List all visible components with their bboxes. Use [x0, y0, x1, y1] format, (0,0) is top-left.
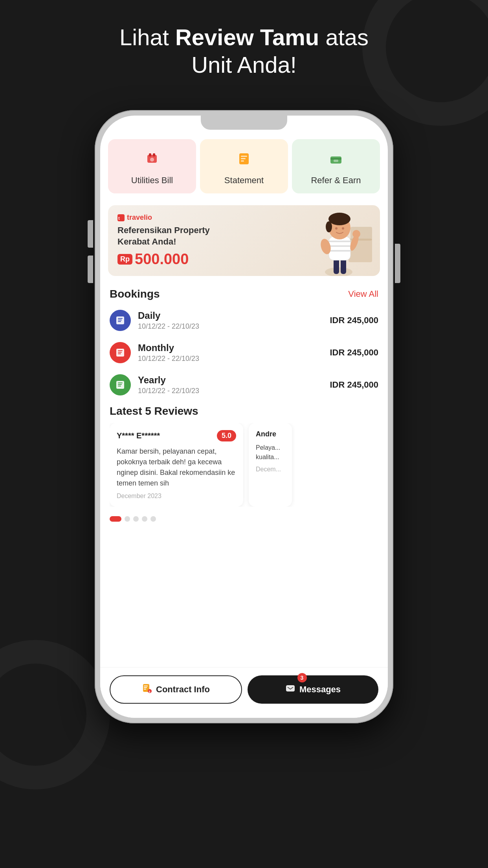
- svg-rect-43: [144, 686, 148, 686]
- contract-info-button[interactable]: 3 Contract Info: [110, 675, 242, 704]
- svg-rect-9: [330, 158, 341, 160]
- review-date-2: Decem...: [256, 466, 285, 473]
- review-header-1: Y**** E****** 5.0: [117, 430, 236, 441]
- phone-mockup: Utilities Bill Statement Refer & Earn: [95, 110, 393, 723]
- svg-rect-36: [118, 352, 122, 353]
- svg-rect-1: [149, 153, 151, 156]
- header-line1-prefix: Lihat: [119, 24, 175, 50]
- banner-price: Rp 500.000: [117, 251, 371, 268]
- contract-icon: 3: [142, 683, 152, 696]
- svg-rect-41: [118, 386, 121, 386]
- booking-item-daily[interactable]: Daily 10/12/22 - 22/10/23 IDR 245,000: [100, 304, 388, 337]
- header-line2: Unit Anda!: [191, 52, 297, 77]
- carousel-dots: [100, 511, 388, 527]
- dot-1[interactable]: [110, 516, 121, 522]
- svg-rect-32: [118, 320, 122, 320]
- review-card-2[interactable]: Andre Pelaya... kualita... Decem...: [249, 423, 292, 507]
- svg-text:3: 3: [149, 690, 150, 693]
- phone-volume-down: [88, 256, 93, 283]
- review-text-1: Kamar bersih, pelayanan cepat, pokoknya …: [117, 446, 236, 489]
- svg-rect-48: [286, 685, 295, 691]
- review-card-1[interactable]: Y**** E****** 5.0 Kamar bersih, pelayana…: [110, 423, 243, 507]
- refer-icon: [324, 147, 348, 171]
- booking-type-daily: Daily: [138, 310, 323, 321]
- header-line1-suffix: atas: [319, 24, 369, 50]
- reviewer-name-2: Andre: [256, 430, 276, 438]
- svg-rect-7: [241, 160, 244, 162]
- referral-banner[interactable]: t travelio Referensikan PropertyKerabat …: [108, 205, 380, 276]
- utilities-icon: [140, 147, 164, 171]
- svg-rect-2: [153, 153, 155, 156]
- banner-rp-label: Rp: [117, 254, 132, 265]
- bottom-bar: 3 Contract Info 3 Messages: [100, 667, 388, 718]
- reviewer-name-1: Y**** E******: [117, 431, 160, 440]
- booking-item-monthly[interactable]: Monthly 10/12/22 - 22/10/23 IDR 245,000: [100, 337, 388, 369]
- reviews-title: Latest 5 Reviews: [110, 405, 378, 417]
- svg-rect-31: [118, 318, 123, 319]
- booking-date-yearly: 10/12/22 - 22/10/23: [138, 387, 323, 395]
- banner-logo: t travelio: [117, 213, 371, 222]
- review-date-1: December 2023: [117, 493, 236, 500]
- banner-amount: 500.000: [135, 251, 189, 268]
- booking-type-monthly: Monthly: [138, 342, 323, 353]
- booking-date-monthly: 10/12/22 - 22/10/23: [138, 355, 323, 363]
- svg-rect-39: [118, 383, 123, 383]
- phone-outer-shell: Utilities Bill Statement Refer & Earn: [95, 110, 393, 723]
- booking-type-yearly: Yearly: [138, 375, 323, 386]
- booking-info-yearly: Yearly 10/12/22 - 22/10/23: [138, 375, 323, 395]
- review-score-1: 5.0: [217, 430, 236, 441]
- phone-notch: [201, 116, 287, 130]
- phone-power-button: [395, 244, 400, 283]
- booking-date-daily: 10/12/22 - 22/10/23: [138, 322, 323, 331]
- booking-icon-daily: [110, 310, 131, 331]
- svg-rect-44: [144, 687, 147, 688]
- banner-content: t travelio Referensikan PropertyKerabat …: [108, 206, 380, 275]
- bg-decoration-bottom: [0, 640, 110, 789]
- dot-2[interactable]: [125, 516, 130, 522]
- statement-label: Statement: [224, 175, 264, 186]
- messages-icon: [285, 683, 295, 696]
- dot-4[interactable]: [142, 516, 147, 522]
- booking-info-daily: Daily 10/12/22 - 22/10/23: [138, 310, 323, 331]
- booking-item-yearly[interactable]: Yearly 10/12/22 - 22/10/23 IDR 245,000: [100, 369, 388, 401]
- messages-badge: 3: [297, 673, 307, 682]
- reviews-section: Latest 5 Reviews Y**** E****** 5.0 Kamar…: [100, 401, 388, 511]
- booking-price-daily: IDR 245,000: [330, 315, 378, 326]
- messages-label: Messages: [299, 684, 341, 695]
- bookings-view-all[interactable]: View All: [348, 289, 378, 299]
- booking-icon-yearly: [110, 374, 131, 395]
- booking-price-monthly: IDR 245,000: [330, 348, 378, 358]
- quick-action-utilities[interactable]: Utilities Bill: [108, 139, 196, 193]
- svg-rect-6: [241, 158, 246, 159]
- svg-rect-35: [118, 350, 123, 351]
- svg-rect-33: [118, 321, 121, 322]
- bookings-title: Bookings: [110, 288, 160, 300]
- svg-rect-5: [241, 156, 247, 157]
- svg-rect-45: [144, 689, 146, 690]
- statement-icon: [232, 147, 256, 171]
- quick-action-statement[interactable]: Statement: [200, 139, 288, 193]
- booking-icon-monthly: [110, 342, 131, 363]
- review-header-2: Andre: [256, 430, 285, 438]
- svg-text:t: t: [118, 216, 120, 221]
- reviews-row: Y**** E****** 5.0 Kamar bersih, pelayana…: [110, 423, 378, 507]
- phone-volume-up: [88, 220, 93, 248]
- svg-point-3: [150, 158, 154, 162]
- svg-rect-37: [118, 353, 121, 354]
- quick-action-refer[interactable]: Refer & Earn: [292, 139, 380, 193]
- header-line1-bold: Review Tamu: [175, 24, 319, 50]
- phone-screen: Utilities Bill Statement Refer & Earn: [100, 116, 388, 718]
- dot-3[interactable]: [133, 516, 139, 522]
- contract-label: Contract Info: [156, 684, 210, 695]
- booking-price-yearly: IDR 245,000: [330, 380, 378, 390]
- review-text-2: Pelaya... kualita...: [256, 443, 285, 462]
- header-text: Lihat Review Tamu atas Unit Anda!: [0, 24, 488, 78]
- banner-title: Referensikan PropertyKerabat Anda!: [117, 225, 371, 247]
- booking-info-monthly: Monthly 10/12/22 - 22/10/23: [138, 342, 323, 363]
- messages-button[interactable]: 3 Messages: [248, 675, 378, 704]
- dot-5[interactable]: [150, 516, 156, 522]
- app-screen: Utilities Bill Statement Refer & Earn: [100, 116, 388, 718]
- svg-rect-40: [118, 384, 122, 385]
- utilities-label: Utilities Bill: [131, 175, 173, 186]
- bookings-section-header: Bookings View All: [100, 280, 388, 304]
